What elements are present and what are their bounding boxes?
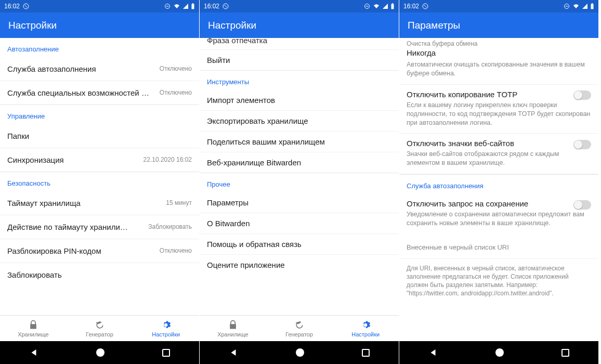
- refresh-icon: [95, 320, 105, 330]
- item-value: Отключено: [160, 65, 192, 72]
- settings-list[interactable]: Фраза отпечатка Выйти Инструменты Импорт…: [200, 38, 399, 315]
- option-disable-save-prompt[interactable]: Отключить запрос на сохранение Уведомлен…: [399, 194, 598, 234]
- status-bar: 16:02: [200, 0, 399, 12]
- option-disable-totp-copy[interactable]: Отключить копирование TOTP Если к вашему…: [399, 85, 598, 134]
- item-label: Импорт элементов: [207, 96, 275, 105]
- section-autofill-service: Служба автозаполнения: [399, 174, 598, 194]
- nav-back-icon[interactable]: [428, 348, 438, 357]
- tab-settings[interactable]: Настройки: [133, 316, 199, 341]
- item-web-vault[interactable]: Веб-хранилище Bitwarden: [200, 152, 399, 173]
- svg-line-13: [424, 5, 427, 8]
- item-import[interactable]: Импорт элементов: [200, 90, 399, 110]
- item-label: Служба специальных возможностей …: [7, 88, 149, 97]
- item-autofill-service[interactable]: Служба автозаполнения Отключено: [0, 57, 199, 81]
- page-title: Параметры: [408, 20, 460, 31]
- svg-rect-17: [592, 3, 593, 4]
- section-tools: Инструменты: [200, 70, 399, 90]
- page-title: Настройки: [8, 20, 57, 31]
- item-value: 15 минут: [166, 199, 192, 206]
- svg-rect-11: [392, 3, 393, 4]
- blacklist-footer-note: Для URI, внесенных в черный список, авто…: [399, 258, 598, 303]
- item-label: Разблокировка PIN-кодом: [7, 246, 101, 255]
- nav-recent-icon[interactable]: [362, 349, 370, 357]
- item-label: Папки: [7, 132, 29, 140]
- item-label: Экспортировать хранилище: [207, 116, 308, 125]
- status-time: 16:02: [4, 3, 20, 10]
- tab-generator[interactable]: Генератор: [266, 316, 333, 341]
- dnd-icon: [164, 3, 171, 9]
- screenshot-1: 16:02 Настройки Автозаполнение Служба ав…: [0, 0, 200, 364]
- item-help[interactable]: Помощь и обратная связь: [200, 233, 399, 254]
- item-label: Помощь и обратная связь: [207, 240, 302, 249]
- nav-back-icon[interactable]: [229, 348, 238, 357]
- option-blacklisted-uris[interactable]: Внесенные в черный список URI: [399, 234, 598, 258]
- gear-icon: [360, 320, 371, 330]
- item-about[interactable]: О Bitwarden: [200, 213, 399, 233]
- item-fingerprint-phrase[interactable]: Фраза отпечатка: [200, 38, 399, 49]
- item-label: Заблокировать: [7, 270, 62, 279]
- dnd-icon: [563, 3, 570, 9]
- item-label: Поделиться вашим хранилищем: [207, 137, 325, 146]
- battery-icon: [390, 3, 395, 9]
- option-desc: Если к вашему логину прикреплен ключ про…: [407, 101, 591, 127]
- nav-recent-icon[interactable]: [162, 349, 170, 357]
- item-logout[interactable]: Выйти: [200, 49, 399, 70]
- item-label: Оцените приложение: [207, 261, 285, 269]
- option-clear-clipboard[interactable]: Очистка буфера обмена Никогда Автоматиче…: [399, 38, 598, 85]
- item-pin-unlock[interactable]: Разблокировка PIN-кодом Отключено: [0, 239, 199, 263]
- item-accessibility-service[interactable]: Служба специальных возможностей … Отключ…: [0, 81, 199, 105]
- wifi-icon: [572, 3, 580, 9]
- toggle-switch[interactable]: [573, 200, 591, 210]
- tab-vault[interactable]: Хранилище: [0, 316, 67, 341]
- item-label: Таймаут хранилища: [7, 199, 81, 207]
- status-time: 16:02: [403, 3, 419, 10]
- svg-rect-16: [591, 4, 594, 9]
- tab-settings[interactable]: Настройки: [332, 316, 399, 341]
- toggle-switch[interactable]: [573, 140, 591, 149]
- wifi-icon: [173, 3, 180, 9]
- signal-icon: [182, 3, 189, 9]
- options-list[interactable]: Очистка буфера обмена Никогда Автоматиче…: [399, 38, 598, 341]
- tab-generator[interactable]: Генератор: [67, 316, 133, 341]
- item-export-vault[interactable]: Экспортировать хранилище: [200, 110, 399, 131]
- option-desc: Уведомление о сохранении автоматически п…: [407, 210, 591, 228]
- item-value: Заблокировать: [148, 223, 192, 230]
- gear-icon: [161, 320, 171, 330]
- item-sync[interactable]: Синхронизация 22.10.2020 16:02: [0, 148, 199, 172]
- option-label: Очистка буфера обмена: [407, 40, 591, 47]
- nav-recent-icon[interactable]: [561, 349, 569, 357]
- option-value: Никогда: [407, 48, 591, 57]
- item-rate[interactable]: Оцените приложение: [200, 254, 399, 275]
- section-autofill: Автозаполнение: [0, 38, 199, 57]
- item-lock[interactable]: Заблокировать: [0, 263, 199, 287]
- battery-icon: [590, 3, 594, 9]
- item-vault-timeout-action[interactable]: Действие по таймауту хранили… Заблокиров…: [0, 215, 199, 239]
- tab-label: Хранилище: [18, 331, 48, 337]
- toggle-switch[interactable]: [573, 90, 591, 100]
- lock-icon: [28, 320, 38, 330]
- item-vault-timeout[interactable]: Таймаут хранилища 15 минут: [0, 191, 199, 215]
- nav-home-icon[interactable]: [96, 348, 104, 357]
- svg-rect-10: [391, 4, 394, 9]
- tab-label: Генератор: [86, 331, 113, 337]
- settings-list[interactable]: Автозаполнение Служба автозаполнения Отк…: [0, 38, 199, 315]
- svg-line-1: [25, 5, 28, 8]
- nav-home-icon[interactable]: [495, 348, 504, 357]
- item-label: Синхронизация: [7, 155, 64, 164]
- tab-label: Настройки: [152, 331, 180, 337]
- svg-line-7: [225, 5, 227, 8]
- nav-home-icon[interactable]: [296, 348, 304, 357]
- nav-back-icon[interactable]: [29, 348, 38, 357]
- signal-icon: [382, 3, 388, 9]
- item-label: О Bitwarden: [207, 219, 250, 228]
- bottom-tabs: Хранилище Генератор Настройки: [0, 315, 199, 341]
- item-share-vault[interactable]: Поделиться вашим хранилищем: [200, 131, 399, 152]
- tab-vault[interactable]: Хранилище: [200, 316, 266, 341]
- item-value: 22.10.2020 16:02: [143, 156, 192, 163]
- option-disable-website-icons[interactable]: Отключить значки веб-сайтов Значки веб-с…: [399, 134, 598, 174]
- section-other: Прочее: [200, 173, 399, 192]
- item-folders[interactable]: Папки: [0, 124, 199, 148]
- status-icon: [223, 3, 229, 9]
- tab-label: Генератор: [285, 331, 313, 337]
- item-options[interactable]: Параметры: [200, 192, 399, 213]
